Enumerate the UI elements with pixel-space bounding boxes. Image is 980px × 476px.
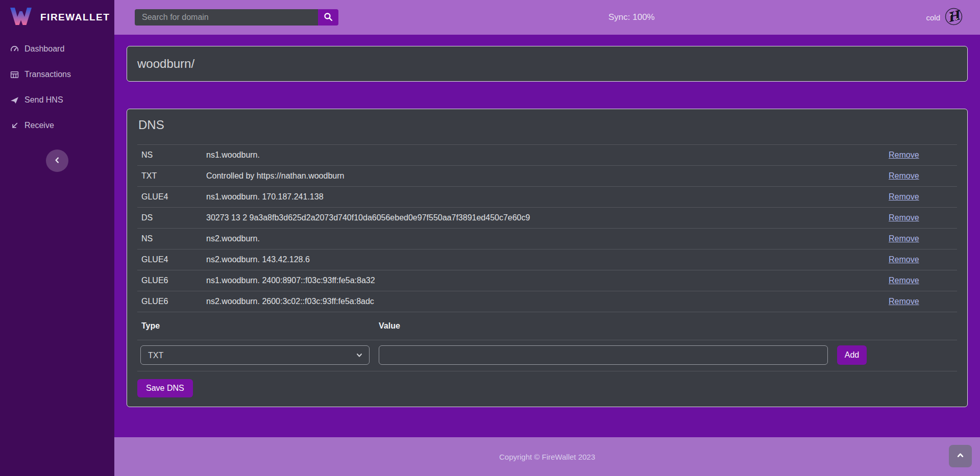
chevron-left-icon	[54, 157, 61, 165]
dns-record-row: NS ns1.woodburn. Remove	[137, 144, 957, 165]
remove-link[interactable]: Remove	[889, 255, 919, 264]
table-icon	[10, 70, 19, 79]
dns-record-value: ns2.woodburn. 143.42.128.6	[206, 255, 889, 264]
dns-record-type: TXT	[137, 171, 206, 181]
domain-card: woodburn/	[127, 46, 968, 82]
dns-record-value: Controlled by https://nathan.woodburn	[206, 171, 889, 181]
dns-add-form: TXT Add	[137, 340, 957, 371]
dns-record-action: Remove	[889, 171, 957, 181]
dns-record-action: Remove	[889, 276, 957, 285]
dns-record-action: Remove	[889, 255, 957, 264]
firewallet-logo-icon	[9, 6, 33, 29]
dns-record-type: NS	[137, 151, 206, 160]
footer: Copyright © FireWallet 2023	[114, 437, 980, 476]
dns-record-row: GLUE6 ns2.woodburn. 2600:3c02::f03c:93ff…	[137, 291, 957, 312]
dns-record-type: GLUE6	[137, 276, 206, 285]
main-column: Sync: 100% cold H woodburn/	[114, 0, 980, 476]
dns-form-headers: Type Value	[137, 312, 957, 340]
record-value-input[interactable]	[379, 345, 828, 365]
sidebar-item-send-hns[interactable]: Send HNS	[0, 90, 114, 110]
add-record-button[interactable]: Add	[837, 345, 867, 365]
dns-record-type: GLUE4	[137, 255, 206, 264]
sidebar-item-label: Send HNS	[24, 95, 63, 105]
value-column-header: Value	[379, 321, 828, 331]
dns-record-value: 30273 13 2 9a3a8fb3d625d2a2073d740f10da6…	[206, 213, 889, 222]
svg-text:H: H	[946, 7, 963, 25]
dns-record-type: NS	[137, 234, 206, 243]
copyright-text: Copyright © FireWallet 2023	[499, 453, 595, 461]
handshake-logo-icon: H	[944, 7, 963, 28]
brand: FIREWALLET	[0, 0, 114, 35]
wallet-name: cold	[926, 13, 940, 22]
remove-link[interactable]: Remove	[889, 276, 919, 285]
dns-record-action: Remove	[889, 297, 957, 306]
wallet-indicator: cold H	[926, 7, 980, 28]
sidebar-item-label: Dashboard	[24, 44, 64, 54]
dns-record-action: Remove	[889, 192, 957, 202]
dns-record-type: GLUE4	[137, 192, 206, 202]
sidebar-item-label: Transactions	[24, 70, 71, 79]
remove-link[interactable]: Remove	[889, 234, 919, 243]
dns-record-value: ns1.woodburn. 2400:8907::f03c:93ff:fe5a:…	[206, 276, 889, 285]
type-column-header: Type	[137, 321, 370, 331]
dns-record-row: NS ns2.woodburn. Remove	[137, 228, 957, 249]
dns-record-row: TXT Controlled by https://nathan.woodbur…	[137, 165, 957, 186]
dns-record-value: ns1.woodburn. 170.187.241.138	[206, 192, 889, 202]
dns-record-value: ns2.woodburn. 2600:3c02::f03c:93ff:fe5a:…	[206, 297, 889, 306]
dns-record-action: Remove	[889, 151, 957, 160]
send-icon	[10, 96, 19, 105]
dns-card-title: DNS	[138, 117, 957, 132]
save-dns-button[interactable]: Save DNS	[137, 379, 193, 397]
remove-link[interactable]: Remove	[889, 297, 919, 306]
app-window: FIREWALLET Dashboard	[0, 0, 980, 476]
sidebar: FIREWALLET Dashboard	[0, 0, 114, 476]
remove-link[interactable]: Remove	[889, 192, 919, 201]
dns-card: DNS NS ns1.woodburn. Remove TXT Controll…	[127, 109, 968, 407]
topbar: Sync: 100% cold H	[114, 0, 980, 35]
dns-record-type: GLUE6	[137, 297, 206, 306]
sidebar-item-dashboard[interactable]: Dashboard	[0, 39, 114, 59]
domain-search	[135, 9, 338, 26]
dns-record-row: GLUE4 ns1.woodburn. 170.187.241.138 Remo…	[137, 186, 957, 207]
dns-record-value: ns1.woodburn.	[206, 151, 889, 160]
dns-record-action: Remove	[889, 234, 957, 243]
main-content: woodburn/ DNS NS ns1.woodburn. Remove TX…	[114, 35, 980, 437]
sidebar-nav: Dashboard Transactions	[0, 39, 114, 135]
dns-record-value: ns2.woodburn.	[206, 234, 889, 243]
type-select-wrap: TXT	[140, 345, 370, 365]
domain-title: woodburn/	[137, 57, 194, 71]
sidebar-item-transactions[interactable]: Transactions	[0, 65, 114, 84]
sidebar-collapse-button[interactable]	[46, 149, 68, 172]
dns-record-type: DS	[137, 213, 206, 222]
search-icon	[324, 12, 333, 23]
remove-link[interactable]: Remove	[889, 151, 919, 159]
sidebar-item-receive[interactable]: Receive	[0, 116, 114, 135]
search-input[interactable]	[135, 9, 318, 26]
sidebar-item-label: Receive	[24, 121, 54, 130]
scroll-to-top-button[interactable]	[949, 445, 972, 467]
brand-name: FIREWALLET	[40, 12, 110, 23]
remove-link[interactable]: Remove	[889, 213, 919, 222]
dns-record-action: Remove	[889, 213, 957, 222]
save-row: Save DNS	[137, 371, 957, 397]
search-button[interactable]	[318, 9, 338, 26]
dns-record-row: GLUE4 ns2.woodburn. 143.42.128.6 Remove	[137, 249, 957, 270]
gauge-icon	[10, 45, 19, 54]
dns-record-row: GLUE6 ns1.woodburn. 2400:8907::f03c:93ff…	[137, 270, 957, 291]
remove-link[interactable]: Remove	[889, 171, 919, 180]
dns-records-table: NS ns1.woodburn. Remove TXT Controlled b…	[137, 144, 957, 312]
record-type-select[interactable]: TXT	[140, 345, 370, 365]
chevron-up-icon	[957, 452, 964, 461]
receive-icon	[10, 121, 19, 130]
sync-status: Sync: 100%	[608, 12, 655, 22]
dns-record-row: DS 30273 13 2 9a3a8fb3d625d2a2073d740f10…	[137, 207, 957, 228]
